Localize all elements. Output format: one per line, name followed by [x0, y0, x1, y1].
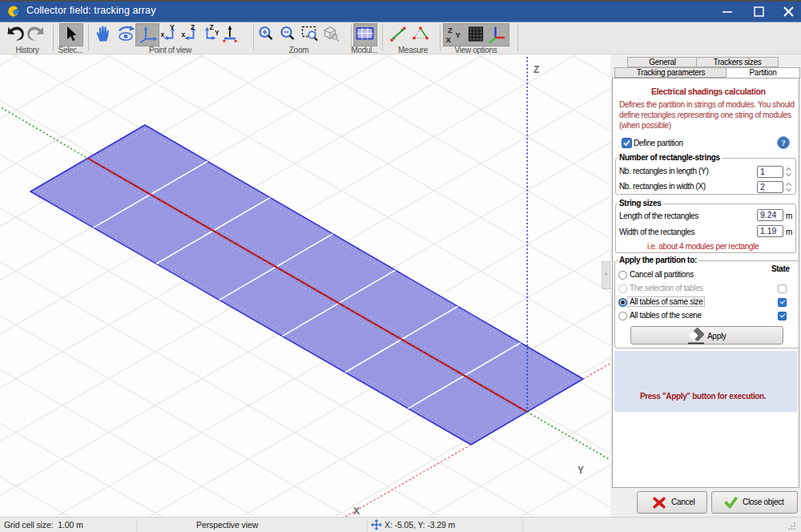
- svg-text:X: X: [446, 35, 452, 44]
- svg-text:Z: Z: [533, 64, 539, 75]
- svg-text:Y: Y: [578, 465, 584, 476]
- svg-text:x: x: [161, 30, 165, 38]
- svg-text:?: ?: [781, 138, 786, 147]
- svg-text:Y: Y: [170, 23, 175, 31]
- svg-text:x: x: [182, 30, 186, 38]
- svg-text:X: X: [353, 506, 360, 517]
- svg-text:Z: Z: [210, 23, 214, 31]
- svg-text:Y: Y: [215, 29, 219, 37]
- svg-text:Z: Z: [448, 26, 453, 34]
- svg-text:Z: Z: [191, 23, 195, 31]
- svg-text:Y: Y: [456, 30, 461, 39]
